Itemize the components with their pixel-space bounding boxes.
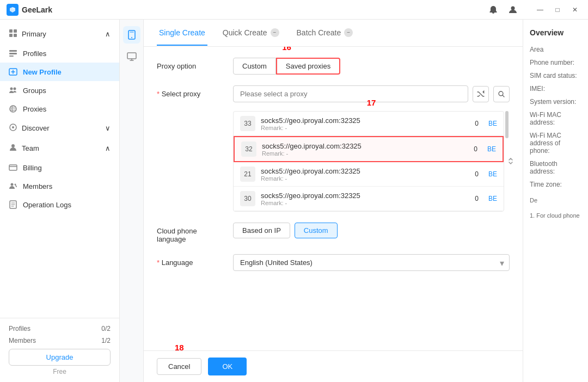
header-icons	[486, 2, 520, 17]
select-proxy-control: 17 33 socks5://geo.iproyal.com:32325 Rem…	[233, 85, 510, 212]
overview-bottom-note: 1. For cloud phone	[530, 212, 581, 219]
proxy-count-33: 0	[468, 120, 479, 127]
proxy-container: 33 socks5://geo.iproyal.com:32325 Remark…	[233, 111, 510, 212]
overview-wifi-mac-label: Wi-Fi MAC address:	[530, 111, 581, 126]
phone-tab-icon[interactable]	[123, 26, 140, 44]
tab-quick-create[interactable]: Quick Create −	[220, 21, 281, 46]
proxy-option-control: Custom Saved proxies 16	[233, 58, 510, 75]
lang-btn-group: Based on IP Custom	[233, 223, 510, 238]
team-collapse-icon: ∧	[105, 144, 111, 152]
sidebar-footer: Profiles 0/2 Members 1/2 Upgrade Free	[0, 318, 119, 382]
svg-point-20	[131, 37, 132, 38]
ok-button[interactable]: OK	[208, 358, 247, 375]
overview-sim-card-label: SIM card status:	[530, 72, 581, 79]
based-on-ip-btn[interactable]: Based on IP	[233, 223, 290, 238]
proxy-scrollbar-thumb[interactable]	[505, 111, 509, 138]
proxy-list: 33 socks5://geo.iproyal.com:32325 Remark…	[233, 111, 504, 212]
discover-collapse-icon: ∨	[105, 124, 111, 132]
team-icon	[9, 143, 17, 153]
discover-icon	[9, 123, 17, 133]
language-select-control: English (United States)	[233, 254, 510, 271]
cancel-button[interactable]: Cancel	[157, 358, 201, 375]
select-proxy-input[interactable]	[233, 85, 468, 102]
proxy-details-30: socks5://geo.iproyal.com:32325 Remark: -	[261, 192, 462, 206]
search-icon[interactable]	[493, 86, 510, 102]
custom-lang-btn[interactable]: Custom	[295, 223, 338, 238]
sidebar-item-members[interactable]: Members	[0, 177, 119, 195]
quick-create-icon: −	[271, 28, 279, 37]
collapse-icon[interactable]	[507, 157, 514, 167]
new-profile-label: New Profile	[23, 68, 62, 76]
sidebar-item-proxies[interactable]: Proxies	[0, 100, 119, 118]
billing-label: Billing	[23, 164, 42, 172]
proxy-tabs: Custom Saved proxies	[233, 58, 340, 75]
sidebar-section-discover[interactable]: Discover ∨	[0, 118, 119, 138]
custom-tab-btn[interactable]: Custom	[233, 58, 276, 75]
form-content: Proxy option Custom Saved proxies 16 Sel	[144, 47, 523, 350]
proxy-item-21[interactable]: 21 socks5://geo.iproyal.com:32325 Remark…	[234, 162, 504, 187]
svg-rect-6	[9, 53, 17, 54]
sidebar-section-team[interactable]: Team ∧	[0, 138, 119, 158]
minimize-button[interactable]: —	[534, 3, 547, 16]
annotation-16: 16	[282, 47, 291, 52]
saved-proxies-tab-btn[interactable]: Saved proxies	[276, 58, 340, 75]
proxy-remark-21: Remark: -	[261, 175, 462, 182]
maximize-button[interactable]: □	[551, 3, 564, 16]
sidebar-stats-members: Members 1/2	[9, 337, 111, 344]
batch-create-icon: −	[344, 28, 353, 37]
proxy-num-32: 32	[241, 141, 256, 157]
proxy-url-21: socks5://geo.iproyal.com:32325	[261, 167, 462, 175]
sidebar-item-billing[interactable]: Billing	[0, 158, 119, 177]
close-button[interactable]: ✕	[568, 3, 581, 16]
language-select[interactable]: English (United States)	[233, 254, 510, 271]
user-icon[interactable]	[505, 2, 520, 17]
proxy-item-33[interactable]: 33 socks5://geo.iproyal.com:32325 Remark…	[234, 112, 504, 136]
proxy-details-33: socks5://geo.iproyal.com:32325 Remark: -	[261, 116, 462, 131]
desktop-tab-icon[interactable]	[123, 48, 140, 65]
svg-point-17	[15, 184, 16, 186]
sidebar: Primary ∧ Profiles	[0, 20, 120, 382]
content-header: Single Create Quick Create − Batch Creat…	[144, 20, 523, 47]
overview-timezone-label: Time zone:	[530, 181, 581, 188]
shuffle-icon[interactable]	[473, 86, 489, 102]
titlebar: GeeLark — □ ✕	[0, 0, 588, 20]
upgrade-button[interactable]: Upgrade	[9, 349, 111, 366]
proxy-option-label: Proxy option	[157, 58, 233, 70]
svg-rect-21	[127, 53, 136, 59]
primary-label: Primary	[22, 30, 46, 38]
app-logo: GeeLark	[7, 4, 52, 16]
proxy-item-32[interactable]: 32 socks5://geo.iproyal.com:32325 Remark…	[234, 136, 504, 162]
proxy-num-33: 33	[240, 116, 255, 131]
ok-btn-container: 18 Cancel	[157, 358, 201, 375]
proxy-num-30: 30	[240, 191, 255, 206]
sidebar-item-operation-logs[interactable]: Operation Logs	[0, 195, 119, 214]
overview-imei: IMEI:	[530, 85, 581, 93]
proxy-num-21: 21	[240, 167, 255, 182]
members-stat-label: Members	[9, 337, 36, 344]
proxy-item-30[interactable]: 30 socks5://geo.iproyal.com:32325 Remark…	[234, 187, 504, 211]
svg-point-16	[11, 183, 14, 186]
proxy-country-21: BE	[484, 170, 497, 178]
profiles-stat-label: Profiles	[9, 325, 30, 332]
operation-logs-label: Operation Logs	[23, 201, 71, 209]
plan-label: Free	[9, 368, 111, 375]
sidebar-section-primary[interactable]: Primary ∧	[0, 24, 119, 44]
proxy-option-row: Proxy option Custom Saved proxies 16	[157, 58, 510, 75]
annotation-18: 18	[175, 343, 184, 352]
proxy-details-21: socks5://geo.iproyal.com:32325 Remark: -	[261, 167, 462, 182]
tab-batch-create[interactable]: Batch Create −	[295, 21, 356, 46]
sidebar-item-profiles[interactable]: Profiles	[0, 44, 119, 63]
overview-area-label: Area	[530, 46, 581, 53]
sidebar-item-groups[interactable]: Groups	[0, 81, 119, 100]
proxy-remark-33: Remark: -	[261, 125, 462, 131]
tab-single-create[interactable]: Single Create	[157, 21, 207, 46]
sidebar-item-new-profile[interactable]: New Profile	[0, 63, 119, 81]
overview-phone-number-label: Phone number:	[530, 59, 581, 66]
proxy-country-32: BE	[483, 145, 496, 153]
svg-rect-7	[9, 56, 14, 57]
notification-icon[interactable]	[486, 2, 501, 17]
select-proxy-label: Select proxy	[157, 85, 233, 98]
proxies-label: Proxies	[23, 105, 46, 113]
tab-icon-bar	[120, 20, 144, 382]
members-icon	[9, 182, 17, 190]
